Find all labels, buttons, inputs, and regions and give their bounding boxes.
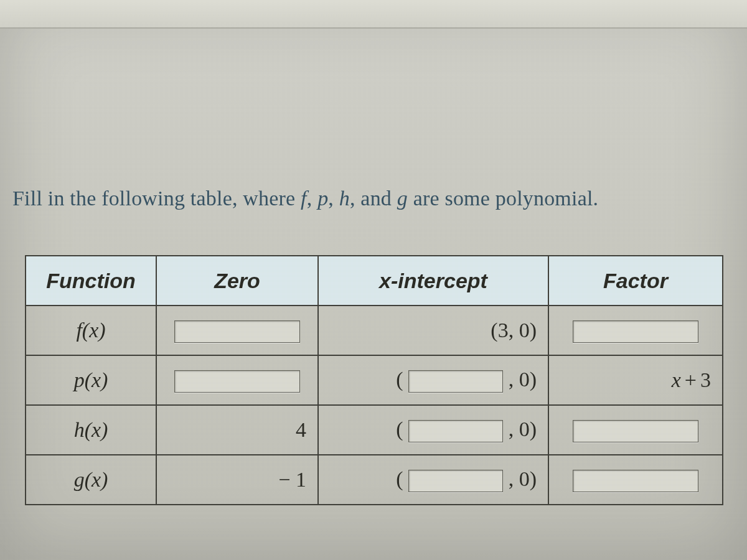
- factor-input-f[interactable]: [573, 320, 698, 343]
- cell-factor-g: [548, 455, 723, 505]
- cell-zero-p: [156, 355, 318, 405]
- fn-name: h: [74, 418, 85, 441]
- table-row: h(x) 4 ( , 0): [26, 405, 723, 455]
- cell-zero-g: − 1: [156, 455, 318, 505]
- table-row: f(x) (3, 0): [26, 306, 723, 355]
- table-container: Function Zero x-intercept Factor f(x): [25, 255, 722, 505]
- prompt-sep2: ,: [328, 187, 339, 210]
- cell-factor-f: [548, 306, 723, 355]
- prompt-sym-p: p: [317, 187, 328, 210]
- th-zero: Zero: [156, 256, 318, 306]
- fn-arg: x: [92, 368, 101, 391]
- cell-fn-g: g(x): [26, 455, 156, 505]
- prompt-sym-f: f: [301, 187, 307, 210]
- zero-input-p[interactable]: [174, 370, 300, 393]
- factor-input-h[interactable]: [573, 420, 698, 442]
- table-row: g(x) − 1 ( , 0): [26, 455, 723, 505]
- th-function: Function: [26, 256, 156, 306]
- page-background: Fill in the following table, where f, p,…: [0, 0, 747, 560]
- factor-n: 3: [700, 368, 711, 391]
- xint-open: (: [396, 418, 403, 441]
- xint-close: , 0): [509, 467, 537, 490]
- xint-f-text: (3, 0): [491, 319, 537, 342]
- prompt-pre: Fill in the following table, where: [12, 187, 301, 210]
- cell-xint-f: (3, 0): [318, 306, 548, 355]
- xint-input-h[interactable]: [408, 420, 503, 442]
- factor-input-g[interactable]: [573, 470, 698, 492]
- cell-zero-h: 4: [156, 405, 318, 455]
- th-xintercept: x-intercept: [318, 256, 548, 306]
- zero-h-value: 4: [296, 418, 306, 441]
- table-row: p(x) ( , 0) x+3: [26, 355, 723, 405]
- cell-factor-h: [548, 405, 723, 455]
- th-factor: Factor: [548, 256, 723, 306]
- factor-x: x: [672, 368, 681, 391]
- cell-xint-g: ( , 0): [318, 455, 548, 505]
- cell-fn-h: h(x): [26, 405, 156, 455]
- top-rule: [0, 27, 747, 29]
- table-header-row: Function Zero x-intercept Factor: [26, 256, 723, 306]
- xint-input-g[interactable]: [408, 470, 503, 492]
- cell-zero-f: [156, 306, 318, 355]
- question-prompt: Fill in the following table, where f, p,…: [12, 187, 735, 210]
- cell-factor-p: x+3: [548, 355, 723, 405]
- fn-name: p: [74, 368, 85, 391]
- prompt-sep3: , and: [350, 187, 397, 210]
- fn-arg: x: [89, 319, 98, 342]
- cell-fn-f: f(x): [26, 306, 156, 355]
- factor-op: +: [681, 368, 700, 391]
- fn-arg: x: [92, 468, 101, 491]
- xint-close: , 0): [509, 418, 537, 441]
- polynomial-table: Function Zero x-intercept Factor f(x): [25, 255, 723, 505]
- cell-xint-h: ( , 0): [318, 405, 548, 455]
- xint-input-p[interactable]: [408, 370, 503, 393]
- fn-name: f: [76, 319, 82, 342]
- zero-input-f[interactable]: [174, 320, 300, 343]
- fn-arg: x: [92, 418, 101, 441]
- cell-fn-p: p(x): [26, 355, 156, 405]
- xint-close: , 0): [509, 368, 537, 391]
- xint-open: (: [396, 467, 403, 490]
- prompt-sep1: ,: [307, 187, 317, 210]
- xint-open: (: [396, 368, 403, 391]
- top-band: [0, 0, 747, 27]
- zero-g-value: − 1: [278, 468, 306, 491]
- prompt-sym-g: g: [397, 187, 408, 210]
- prompt-sym-h: h: [339, 187, 350, 210]
- fn-name: g: [74, 468, 85, 491]
- prompt-post: are some polynomial.: [413, 187, 599, 210]
- cell-xint-p: ( , 0): [318, 355, 548, 405]
